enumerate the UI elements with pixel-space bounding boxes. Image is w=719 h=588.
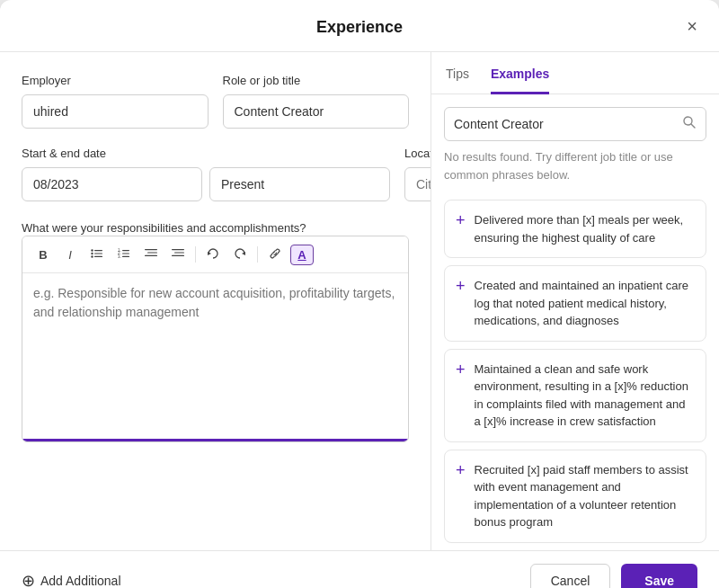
svg-rect-12 <box>145 249 157 250</box>
plus-icon: + <box>456 361 466 378</box>
bold-button[interactable]: B <box>31 245 55 264</box>
close-button[interactable]: × <box>683 13 701 39</box>
employer-role-row: Employer Role or job title <box>22 74 409 129</box>
editor-container: B I <box>22 236 409 442</box>
add-additional-label: Add Additional <box>40 574 121 588</box>
start-date-input[interactable] <box>22 167 202 201</box>
italic-button[interactable]: I <box>58 245 82 264</box>
svg-rect-11 <box>122 256 129 257</box>
role-group: Role or job title <box>223 74 410 129</box>
editor-bottom-bar <box>22 439 408 441</box>
footer-actions: Cancel Save <box>530 564 697 589</box>
svg-point-2 <box>91 253 93 254</box>
left-panel: Employer Role or job title Start & end d… <box>0 52 431 550</box>
right-panel: Tips Examples No results found. Try diff… <box>431 52 719 550</box>
svg-rect-9 <box>122 253 129 254</box>
role-input[interactable] <box>223 94 410 129</box>
cancel-button[interactable]: Cancel <box>530 564 611 589</box>
link-button[interactable] <box>263 244 287 265</box>
add-additional-button[interactable]: ⊕ Add Additional <box>22 573 121 589</box>
undo-button[interactable] <box>201 244 225 265</box>
svg-marker-19 <box>242 252 245 255</box>
examples-list: + Delivered more than [x] meals per week… <box>431 192 719 550</box>
example-item[interactable]: + Delivered more than [x] meals per week… <box>444 200 706 258</box>
save-button[interactable]: Save <box>621 564 697 589</box>
responsibilities-textarea[interactable] <box>22 273 408 435</box>
svg-rect-7 <box>122 250 129 251</box>
svg-rect-16 <box>174 252 184 253</box>
example-text: Maintained a clean and safe work environ… <box>475 361 695 431</box>
svg-text:3.: 3. <box>118 254 121 259</box>
indent-increase-button[interactable] <box>166 244 190 265</box>
plus-icon: + <box>456 462 466 478</box>
ordered-list-button[interactable]: 1. 2. 3. <box>112 244 136 265</box>
svg-rect-14 <box>145 255 157 256</box>
svg-marker-18 <box>208 252 211 255</box>
redo-button[interactable] <box>228 244 252 265</box>
employer-label: Employer <box>22 74 209 87</box>
example-item[interactable]: + Maintained a clean and safe work envir… <box>444 349 706 442</box>
end-date-input[interactable] <box>209 167 390 201</box>
search-button[interactable] <box>682 115 697 133</box>
svg-rect-3 <box>94 253 102 254</box>
indent-decrease-button[interactable] <box>139 244 163 265</box>
date-inputs <box>22 167 390 201</box>
location-label: Location <box>404 147 431 160</box>
modal-body: Employer Role or job title Start & end d… <box>0 52 719 550</box>
svg-point-4 <box>91 255 93 257</box>
no-results-text: No results found. Try different job titl… <box>431 148 719 192</box>
toolbar-divider-1 <box>195 246 196 263</box>
svg-point-0 <box>91 249 93 251</box>
editor-toolbar: B I <box>22 236 408 273</box>
add-additional-icon: ⊕ <box>22 573 35 589</box>
responsibilities-group: What were your responsibilities and acco… <box>22 219 409 442</box>
plus-icon: + <box>456 278 466 294</box>
employer-input[interactable] <box>22 94 209 129</box>
date-group: Start & end date <box>22 147 390 201</box>
svg-rect-17 <box>172 255 184 256</box>
svg-rect-13 <box>147 252 157 253</box>
svg-rect-1 <box>94 250 102 251</box>
example-text: Created and maintained an inpatient care… <box>475 277 695 330</box>
example-text: Recruited [x] paid staff members to assi… <box>475 461 695 531</box>
search-box <box>444 107 706 141</box>
svg-rect-15 <box>172 249 184 250</box>
plus-icon: + <box>456 212 466 228</box>
responsibilities-label: What were your responsibilities and acco… <box>22 221 306 235</box>
tab-examples[interactable]: Examples <box>491 52 549 94</box>
unordered-list-button[interactable] <box>85 244 109 265</box>
svg-line-21 <box>691 124 695 128</box>
modal-footer: ⊕ Add Additional Cancel Save <box>0 550 719 589</box>
svg-rect-5 <box>94 256 102 257</box>
date-location-row: Start & end date Location <box>22 147 409 201</box>
example-item[interactable]: + Recruited [x] paid staff members to as… <box>444 450 706 543</box>
tab-tips[interactable]: Tips <box>446 52 469 94</box>
tabs-header: Tips Examples <box>431 52 719 94</box>
text-color-button[interactable]: A <box>290 245 314 265</box>
examples-search-input[interactable] <box>454 117 675 131</box>
date-label: Start & end date <box>22 147 390 160</box>
role-label: Role or job title <box>223 74 410 87</box>
example-item[interactable]: + Created and maintained an inpatient ca… <box>444 265 706 342</box>
modal-title: Experience <box>316 18 403 37</box>
experience-modal: Experience × Employer Role or job title … <box>0 0 719 588</box>
employer-group: Employer <box>22 74 209 129</box>
toolbar-divider-2 <box>257 246 258 263</box>
modal-header: Experience × <box>0 0 719 52</box>
location-input[interactable] <box>404 167 431 201</box>
example-text: Delivered more than [x] meals per week, … <box>475 211 695 246</box>
location-group: Location <box>404 147 431 201</box>
